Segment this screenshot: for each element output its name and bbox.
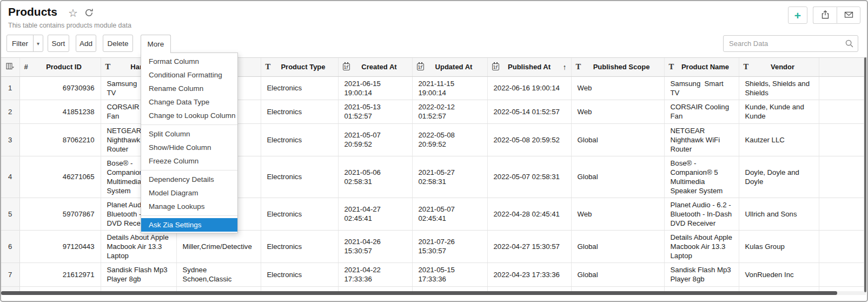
cell-published-at[interactable]: 2022-05-14 01:52:57 <box>487 100 571 123</box>
cell-product-name[interactable]: Planet Audio - 6.2 - Bluetooth - In-Dash… <box>664 198 739 230</box>
cell-vendor[interactable]: Ullrich and Sons <box>739 198 819 230</box>
cell-published-at[interactable]: 2022-04-27 15:30:57 <box>487 230 571 262</box>
cell-author[interactable]: Dakota Cole Sr.,Humor <box>176 286 261 291</box>
cell-product-name[interactable]: NETGEAR Nighthawk WiFi Router <box>664 123 739 156</box>
refresh-icon[interactable] <box>84 8 94 19</box>
menu-item-split-column[interactable]: Split Column <box>141 127 237 141</box>
cell-created-at[interactable]: 2021-04-02 11:25:21 <box>338 286 412 291</box>
cell-handle[interactable]: Acer - 2-in-1 15.6 Refurbished Touch-Scr… <box>101 286 176 291</box>
cell-published-scope[interactable]: Web <box>571 198 664 230</box>
cell-published-scope[interactable]: Global <box>571 286 664 291</box>
cell-product-name[interactable]: Details About Apple Macbook Air 13.3 Lap… <box>664 230 739 262</box>
cell-product-id[interactable]: 41851238 <box>19 100 101 123</box>
cell-created-at[interactable]: 2021-06-15 19:00:14 <box>338 76 412 100</box>
cell-updated-at[interactable]: 2021-05-15 17:33:36 <box>412 262 487 286</box>
cell-published-at[interactable]: 2022-05-07 02:58:31 <box>487 156 571 198</box>
cell-product-id[interactable]: 21612971 <box>19 262 101 286</box>
delete-button[interactable]: Delete <box>103 35 133 52</box>
cell-created-at[interactable]: 2021-05-06 02:58:31 <box>338 156 412 198</box>
cell-published-scope[interactable]: Global <box>571 123 664 156</box>
cell-published-scope[interactable]: Global <box>571 230 664 262</box>
cell-vendor[interactable]: Kunde, Kunde and Kunde <box>739 100 819 123</box>
menu-item-format-column[interactable]: Format Column <box>141 55 237 68</box>
column-header-product-name[interactable]: T Product Name <box>664 58 739 76</box>
export-button[interactable] <box>813 6 837 24</box>
cell-product-type[interactable]: Electronics <box>261 100 338 123</box>
cell-updated-at[interactable]: 2022-05-08 20:59:52 <box>412 123 487 156</box>
cell-product-id[interactable]: 69730936 <box>19 76 101 100</box>
menu-item-rename-column[interactable]: Rename Column <box>141 82 237 95</box>
row-number[interactable]: 8 <box>1 286 19 291</box>
cell-product-type[interactable]: Electronics <box>261 198 338 230</box>
cell-published-scope[interactable]: Web <box>571 76 664 100</box>
row-number[interactable]: 2 <box>1 100 19 123</box>
cell-product-type[interactable]: Electronics <box>261 156 338 198</box>
cell-product-name[interactable]: Sandisk Flash Mp3 Player 8gb <box>664 262 739 286</box>
cell-product-id[interactable]: 97120443 <box>19 230 101 262</box>
cell-updated-at[interactable]: 2021-06-02 11:25:21 <box>412 286 487 291</box>
add-button[interactable]: Add <box>76 35 96 52</box>
column-header-created-at[interactable]: 17 Created At <box>338 58 412 76</box>
cell-product-type[interactable]: Electronics <box>261 262 338 286</box>
menu-item-dependency-details[interactable]: Dependency Details <box>141 173 237 186</box>
row-number[interactable]: 4 <box>1 156 19 198</box>
cell-published-at[interactable]: 2022-05-08 20:59:52 <box>487 123 571 156</box>
cell-vendor[interactable]: VonRueden Inc <box>739 262 819 286</box>
menu-item-manage-lookups[interactable]: Manage Lookups <box>141 200 237 213</box>
row-number[interactable]: 3 <box>1 123 19 156</box>
row-number[interactable]: 1 <box>1 76 19 100</box>
cell-handle[interactable]: Details About Apple Macbook Air 13.3 Lap… <box>101 230 176 262</box>
cell-product-type[interactable]: Electronics <box>261 123 338 156</box>
menu-item-ask-zia-settings[interactable]: Ask Zia Settings <box>141 218 237 232</box>
cell-product-name[interactable]: CORSAIR Cooling Fan <box>664 100 739 123</box>
cell-created-at[interactable]: 2021-05-13 01:52:57 <box>338 100 412 123</box>
cell-published-at[interactable]: 2022-04-23 17:33:36 <box>487 262 571 286</box>
menu-item-model-diagram[interactable]: Model Diagram <box>141 186 237 200</box>
column-header-product-type[interactable]: T Product Type <box>261 58 338 76</box>
row-number[interactable]: 7 <box>1 262 19 286</box>
cell-published-at[interactable]: 2022-04-03 11:25:21 <box>487 286 571 291</box>
vertical-scrollbar[interactable] <box>864 57 866 292</box>
menu-item-show-hide-column[interactable]: Show/Hide Column <box>141 141 237 154</box>
cell-created-at[interactable]: 2021-04-22 17:33:36 <box>338 262 412 286</box>
cell-updated-at[interactable]: 2021-05-07 02:45:41 <box>412 198 487 230</box>
cell-handle[interactable]: Sandisk Flash Mp3 Player 8gb <box>101 262 176 286</box>
cell-product-type[interactable]: Electronics <box>261 230 338 262</box>
cell-created-at[interactable]: 2021-05-07 20:59:52 <box>338 123 412 156</box>
email-button[interactable] <box>837 6 860 24</box>
cell-published-at[interactable]: 2022-04-28 02:45:41 <box>487 198 571 230</box>
cell-product-id[interactable]: 67398366 <box>19 286 101 291</box>
horizontal-scrollbar[interactable] <box>1 291 837 295</box>
menu-item-freeze-column[interactable]: Freeze Column <box>141 154 237 168</box>
column-header-updated-at[interactable]: 17 Updated At <box>412 58 487 76</box>
sort-button[interactable]: Sort <box>48 35 69 52</box>
menu-item-conditional-formatting[interactable]: Conditional Formatting <box>141 68 237 82</box>
cell-created-at[interactable]: 2021-04-26 15:30:57 <box>338 230 412 262</box>
column-header-index[interactable] <box>1 58 19 76</box>
cell-author[interactable]: Miller,Crime/Detective <box>176 230 261 262</box>
cell-published-at[interactable]: 2022-06-16 19:00:14 <box>487 76 571 100</box>
column-header-vendor[interactable]: T Vendor <box>739 58 819 76</box>
menu-item-change-to-lookup-column[interactable]: Change to Lookup Column <box>141 109 237 122</box>
cell-vendor[interactable]: Kulas Group <box>739 230 819 262</box>
cell-updated-at[interactable]: 2021-11-15 19:00:14 <box>412 76 487 100</box>
cell-vendor[interactable]: Kautzer LLC <box>739 123 819 156</box>
row-number[interactable]: 6 <box>1 230 19 262</box>
menu-item-change-data-type[interactable]: Change Data Type <box>141 95 237 109</box>
more-button[interactable]: More <box>141 35 171 53</box>
add-record-button[interactable]: + <box>788 6 807 24</box>
cell-product-id[interactable]: 59707867 <box>19 198 101 230</box>
star-icon[interactable]: ☆ <box>68 6 78 19</box>
cell-vendor[interactable]: Doyle, Doyle and Doyle <box>739 156 819 198</box>
cell-published-scope[interactable]: Global <box>571 262 664 286</box>
cell-vendor[interactable]: O'Reilly, O'Reilly and O'Reilly <box>739 286 819 291</box>
cell-product-type[interactable]: Electronics <box>261 286 338 291</box>
cell-product-id[interactable]: 46271065 <box>19 156 101 198</box>
cell-updated-at[interactable]: 2021-05-27 02:58:31 <box>412 156 487 198</box>
column-header-published-at[interactable]: 17 Published At ↑ <box>487 58 571 76</box>
cell-published-scope[interactable]: Global <box>571 156 664 198</box>
column-header-product-id[interactable]: # Product ID <box>19 58 101 76</box>
cell-product-name[interactable]: Bose® - Companion® 5 Multimedia Speaker … <box>664 156 739 198</box>
cell-author[interactable]: Sydnee Schoen,Classic <box>176 262 261 286</box>
column-header-published-scope[interactable]: T Published Scope <box>571 58 664 76</box>
